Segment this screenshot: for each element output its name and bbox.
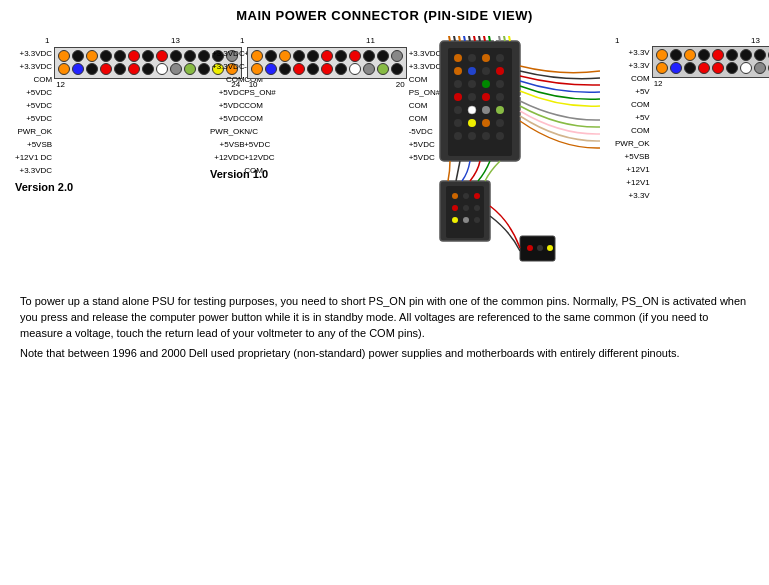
- dp-2-4: [698, 62, 710, 74]
- v1-pin10: 10: [249, 80, 258, 89]
- diagrams-section: 1 13 +3.3VDC +3.3VDC COM +5VDC +5VDC +5V…: [10, 31, 759, 286]
- main-container: MAIN POWER CONNECTOR (PIN-SIDE VIEW) 1 1…: [0, 0, 769, 374]
- pin-1-6: [128, 50, 140, 62]
- v2-left-1: +3.3VDC: [19, 47, 52, 60]
- svg-point-48: [452, 205, 458, 211]
- v2-left-10: +3.3VDC: [19, 164, 52, 177]
- svg-point-18: [454, 106, 462, 114]
- vp-2-5: [307, 63, 319, 75]
- dl-4: +5V: [635, 85, 649, 98]
- svg-point-25: [496, 119, 504, 127]
- v1-pin20: 20: [396, 80, 405, 89]
- pin-1-7: [142, 50, 154, 62]
- detail-left-labels: +3.3V +3.3V COM +5V COM +5V COM PWR_OK +…: [615, 46, 650, 202]
- svg-point-12: [482, 80, 490, 88]
- v1-left-5: +5VDC: [219, 99, 245, 112]
- svg-point-10: [454, 80, 462, 88]
- v1-body: +3.3VDC +3.3VDC COM +5VDC +5VDC +5VDC PW…: [210, 47, 405, 164]
- dl-6: +5V: [635, 111, 649, 124]
- v2-left-5: +5VDC: [26, 99, 52, 112]
- detail-pin12: 12: [654, 79, 663, 88]
- detail-diagram: 1 13 +3.3V +3.3V COM +5V COM +5V COM PWR…: [615, 36, 760, 202]
- svg-point-55: [527, 245, 533, 251]
- v2-pin1: 1: [45, 36, 49, 45]
- v2-pin13: 13: [171, 36, 180, 45]
- v1-left-labels: +3.3VDC +3.3VDC COM +5VDC +5VDC +5VDC PW…: [210, 47, 245, 164]
- svg-point-53: [474, 217, 480, 223]
- detail-header: 1 13: [615, 36, 760, 45]
- v2-left-labels: +3.3VDC +3.3VDC COM +5VDC +5VDC +5VDC PW…: [15, 47, 52, 177]
- pin-1-2: [72, 50, 84, 62]
- dp-2-3: [684, 62, 696, 74]
- detail-pin13: 13: [751, 36, 760, 45]
- svg-point-51: [452, 217, 458, 223]
- v1-left-3: COM: [226, 73, 245, 86]
- connector-photo: [410, 36, 610, 286]
- description-section: To power up a stand alone PSU for testin…: [10, 286, 759, 362]
- dl-5: COM: [631, 98, 650, 111]
- v2-body: +3.3VDC +3.3VDC COM +5VDC +5VDC +5VDC PW…: [15, 47, 210, 177]
- vp-1-8: [349, 50, 361, 62]
- svg-point-57: [547, 245, 553, 251]
- pin-2-9: [170, 63, 182, 75]
- pin-1-10: [184, 50, 196, 62]
- v1-left-2: +3.3VDC: [212, 60, 245, 73]
- svg-point-56: [537, 245, 543, 251]
- svg-point-20: [482, 106, 490, 114]
- dl-12: +3.3V: [629, 189, 650, 202]
- vp-1-3: [279, 50, 291, 62]
- svg-point-5: [496, 54, 504, 62]
- svg-point-7: [468, 67, 476, 75]
- v1-version-label: Version 1.0: [210, 168, 405, 180]
- vp-1-10: [377, 50, 389, 62]
- pin-1-4: [100, 50, 112, 62]
- dp-1-1: [656, 49, 668, 61]
- vp-2-4: [293, 63, 305, 75]
- vp-1-4: [293, 50, 305, 62]
- dp-2-7: [740, 62, 752, 74]
- svg-point-29: [496, 132, 504, 140]
- dp-2-1: [656, 62, 668, 74]
- version1-diagram: 1 11 +3.3VDC +3.3VDC COM +5VDC +5VDC +5V…: [210, 36, 405, 180]
- svg-point-46: [463, 193, 469, 199]
- v2-left-3: COM: [33, 73, 52, 86]
- dp-1-7: [740, 49, 752, 61]
- svg-point-50: [474, 205, 480, 211]
- pin-2-3: [86, 63, 98, 75]
- pin-1-11: [198, 50, 210, 62]
- v1-pin11: 11: [366, 36, 375, 45]
- svg-point-8: [482, 67, 490, 75]
- svg-point-16: [482, 93, 490, 101]
- svg-point-27: [468, 132, 476, 140]
- v1-pin1: 1: [240, 36, 244, 45]
- svg-point-3: [468, 54, 476, 62]
- vp-2-10: [377, 63, 389, 75]
- pin-1-5: [114, 50, 126, 62]
- v2-left-6: +5VDC: [26, 112, 52, 125]
- svg-point-24: [482, 119, 490, 127]
- svg-point-15: [468, 93, 476, 101]
- v2-left-2: +3.3VDC: [19, 60, 52, 73]
- dp-2-6: [726, 62, 738, 74]
- v2-version-label: Version 2.0: [15, 181, 210, 193]
- svg-point-49: [463, 205, 469, 211]
- dp-2-2: [670, 62, 682, 74]
- pin-2-2: [72, 63, 84, 75]
- detail-pin1: 1: [615, 36, 619, 45]
- dp-1-4: [698, 49, 710, 61]
- svg-point-17: [496, 93, 504, 101]
- vp-1-6: [321, 50, 333, 62]
- detail-pins: [652, 46, 769, 78]
- pin-2-7: [142, 63, 154, 75]
- vp-1-9: [363, 50, 375, 62]
- vp-2-8: [349, 63, 361, 75]
- vp-2-2: [265, 63, 277, 75]
- v2-header: 1 13: [15, 36, 210, 45]
- v1-header: 1 11: [210, 36, 405, 45]
- v2-pin12: 12: [56, 80, 65, 89]
- pin-2-10: [184, 63, 196, 75]
- v1-left-6: +5VDC: [219, 112, 245, 125]
- v2-left-8: +5VSB: [27, 138, 52, 151]
- pin-2-5: [114, 63, 126, 75]
- dl-3: COM: [631, 72, 650, 85]
